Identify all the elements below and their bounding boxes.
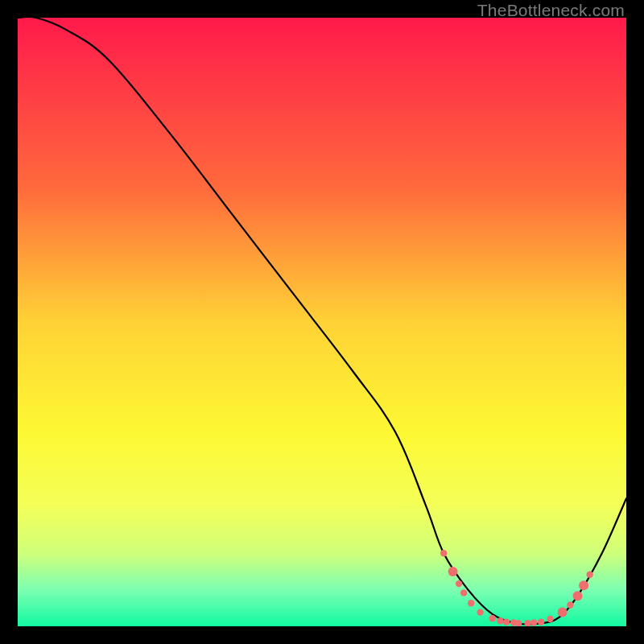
- marker-point: [448, 567, 458, 576]
- marker-point: [456, 580, 462, 587]
- chart-frame: [18, 18, 626, 626]
- chart-background-gradient: [18, 18, 626, 626]
- marker-point: [567, 601, 573, 608]
- marker-point: [547, 616, 553, 622]
- marker-point: [489, 615, 495, 621]
- marker-point: [558, 608, 568, 617]
- marker-point: [573, 591, 583, 601]
- watermark-text: TheBottleneck.com: [477, 1, 625, 20]
- marker-point: [579, 580, 588, 590]
- marker-point: [586, 572, 592, 578]
- marker-point: [477, 609, 483, 615]
- marker-point: [468, 600, 474, 606]
- marker-point: [460, 589, 467, 596]
- marker-point: [440, 550, 447, 556]
- marker-point: [538, 619, 544, 625]
- bottleneck-chart: [18, 18, 626, 626]
- marker-point: [503, 619, 510, 625]
- marker-point: [530, 619, 537, 625]
- marker-point: [497, 617, 503, 624]
